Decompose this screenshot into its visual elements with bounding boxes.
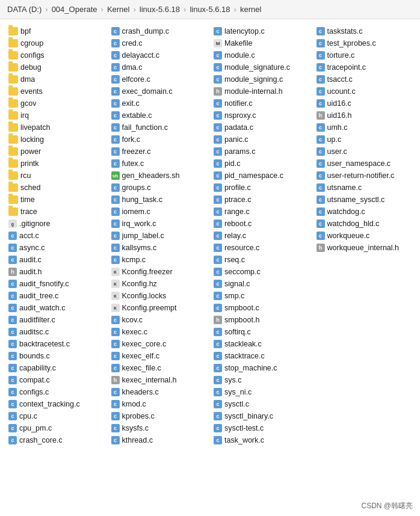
list-item[interactable]: csmp.c [210, 290, 313, 302]
list-item[interactable]: crseq.c [210, 254, 313, 266]
list-item[interactable]: ccrash_core.c [5, 434, 108, 446]
list-item[interactable]: KKconfig.hz [108, 278, 211, 290]
list-item[interactable]: KKconfig.locks [108, 290, 211, 302]
list-item[interactable]: bpf [5, 25, 108, 37]
list-item[interactable]: ckcmp.c [108, 254, 211, 266]
list-item[interactable]: cuser_namespace.c [313, 158, 416, 170]
list-item[interactable]: caudit_watch.c [5, 302, 108, 314]
list-item[interactable]: cucount.c [313, 85, 416, 97]
breadcrumb-004operate[interactable]: 004_Operate [52, 5, 97, 14]
list-item[interactable]: casync.c [5, 242, 108, 254]
list-item[interactable]: printk [5, 158, 108, 170]
list-item[interactable]: csys.c [210, 374, 313, 386]
list-item[interactable]: hsmpboot.h [210, 314, 313, 326]
breadcrumb-linux2[interactable]: linux-5.6.18 [190, 5, 230, 14]
list-item[interactable]: cmodule_signature.c [210, 61, 313, 73]
list-item[interactable]: ckmod.c [108, 398, 211, 410]
list-item[interactable]: shgen_kheaders.sh [108, 170, 211, 182]
list-item[interactable]: ckexec_core.c [108, 338, 211, 350]
list-item[interactable]: cptrace.c [210, 194, 313, 206]
list-item[interactable]: power [5, 146, 108, 158]
list-item[interactable]: cmodule_signing.c [210, 73, 313, 85]
list-item[interactable]: gcov [5, 97, 108, 109]
list-item[interactable]: KKconfig.freezer [108, 266, 211, 278]
list-item[interactable]: cirq_work.c [108, 218, 211, 230]
list-item[interactable]: cpanic.c [210, 134, 313, 146]
list-item[interactable]: ccred.c [108, 37, 211, 49]
list-item[interactable]: events [5, 85, 108, 97]
list-item[interactable]: crelay.c [210, 230, 313, 242]
list-item[interactable]: cexec_domain.c [108, 85, 211, 97]
list-item[interactable]: cparams.c [210, 146, 313, 158]
list-item[interactable]: cfork.c [108, 134, 211, 146]
list-item[interactable]: cseccomp.c [210, 266, 313, 278]
breadcrumb-kernel[interactable]: Kernel [107, 5, 130, 14]
list-item[interactable]: rcu [5, 170, 108, 182]
list-item[interactable]: cfreezer.c [108, 146, 211, 158]
list-item[interactable]: hmodule-internal.h [210, 85, 313, 97]
list-item[interactable]: crange.c [210, 206, 313, 218]
list-item[interactable]: cacct.c [5, 230, 108, 242]
list-item[interactable]: cdma.c [108, 61, 211, 73]
list-item[interactable]: trace [5, 206, 108, 218]
list-item[interactable]: cbounds.c [5, 350, 108, 362]
list-item[interactable]: ccapability.c [5, 362, 108, 374]
list-item[interactable]: hkexec_internal.h [108, 374, 211, 386]
list-item[interactable]: ckexec.c [108, 326, 211, 338]
list-item[interactable]: csysctl.c [210, 398, 313, 410]
list-item[interactable]: ctracepoint.c [313, 61, 416, 73]
list-item[interactable]: ciomem.c [108, 206, 211, 218]
list-item[interactable]: configs [5, 49, 108, 61]
list-item[interactable]: csysctl-test.c [210, 422, 313, 434]
list-item[interactable]: cutsname_sysctl.c [313, 194, 416, 206]
list-item[interactable]: locking [5, 134, 108, 146]
list-item[interactable]: cworkqueue.c [313, 230, 416, 242]
list-item[interactable]: csmpboot.c [210, 302, 313, 314]
list-item[interactable]: caudit.c [5, 254, 108, 266]
list-item[interactable]: MMakefile [210, 37, 313, 49]
list-item[interactable]: cfail_function.c [108, 121, 211, 134]
list-item[interactable]: livepatch [5, 121, 108, 134]
list-item[interactable]: csys_ni.c [210, 386, 313, 398]
list-item[interactable]: cpid_namespace.c [210, 170, 313, 182]
list-item[interactable]: cextable.c [108, 109, 211, 121]
list-item[interactable]: cpadata.c [210, 121, 313, 134]
list-item[interactable]: hworkqueue_internal.h [313, 242, 416, 254]
list-item[interactable]: ctsacct.c [313, 73, 416, 85]
list-item[interactable]: cgroups.c [108, 182, 211, 194]
list-item[interactable]: cstacktrace.c [210, 350, 313, 362]
list-item[interactable]: cmodule.c [210, 49, 313, 61]
list-item[interactable]: ctorture.c [313, 49, 416, 61]
breadcrumb-data-drive[interactable]: DATA (D:) [7, 5, 42, 14]
list-item[interactable]: huid16.h [313, 109, 416, 121]
list-item[interactable]: cauditsc.c [5, 326, 108, 338]
list-item[interactable]: csoftirq.c [210, 326, 313, 338]
list-item[interactable]: cup.c [313, 134, 416, 146]
list-item[interactable]: clatencytop.c [210, 25, 313, 37]
list-item[interactable]: csignal.c [210, 278, 313, 290]
list-item[interactable]: cresource.c [210, 242, 313, 254]
list-item[interactable]: csysctl_binary.c [210, 410, 313, 422]
list-item[interactable]: debug [5, 61, 108, 73]
list-item[interactable]: ckexec_elf.c [108, 350, 211, 362]
list-item[interactable]: dma [5, 73, 108, 85]
list-item[interactable]: cnsproxy.c [210, 109, 313, 121]
list-item[interactable]: cauditfilter.c [5, 314, 108, 326]
list-item[interactable]: KKconfig.preempt [108, 302, 211, 314]
list-item[interactable]: cksysfs.c [108, 422, 211, 434]
list-item[interactable]: cprofile.c [210, 182, 313, 194]
list-item[interactable]: ckcov.c [108, 314, 211, 326]
list-item[interactable]: cuser-return-notifier.c [313, 170, 416, 182]
list-item[interactable]: cpid.c [210, 158, 313, 170]
list-item[interactable]: cuser.c [313, 146, 416, 158]
breadcrumb-linux1[interactable]: linux-5.6.18 [140, 5, 180, 14]
list-item[interactable]: cwatchdog_hld.c [313, 218, 416, 230]
list-item[interactable]: cuid16.c [313, 97, 416, 109]
list-item[interactable]: ccrash_dump.c [108, 25, 211, 37]
list-item[interactable]: cbacktracetest.c [5, 338, 108, 350]
list-item[interactable]: ckexec_file.c [108, 362, 211, 374]
list-item[interactable]: cstackleak.c [210, 338, 313, 350]
list-item[interactable]: cwatchdog.c [313, 206, 416, 218]
list-item[interactable]: ccontext_tracking.c [5, 398, 108, 410]
list-item[interactable]: ccpu_pm.c [5, 422, 108, 434]
